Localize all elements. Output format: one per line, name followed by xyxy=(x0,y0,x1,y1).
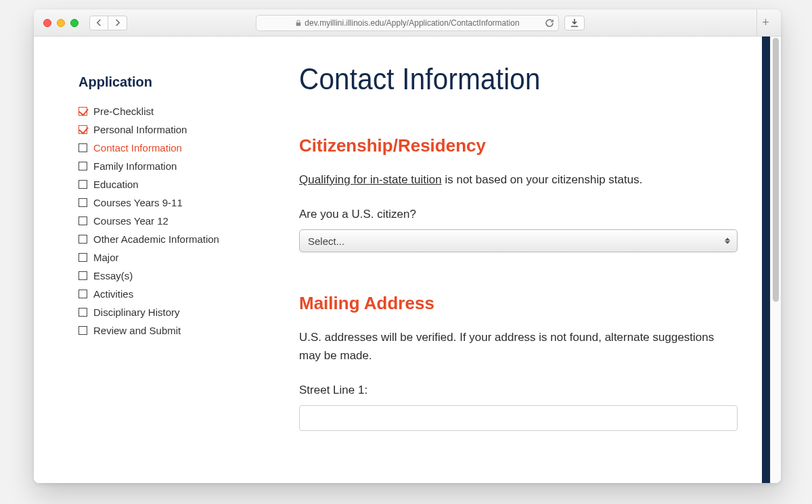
sidebar-item-courses-years-9-11[interactable]: Courses Years 9-11 xyxy=(78,193,254,212)
us-citizen-select[interactable]: Select... xyxy=(299,229,738,252)
vertical-scrollbar[interactable] xyxy=(770,37,781,483)
nav-buttons xyxy=(89,16,127,30)
sidebar-item-label: Courses Year 12 xyxy=(93,215,168,227)
sidebar-item-label: Family Information xyxy=(93,160,177,172)
sidebar-item-essay-s[interactable]: Essay(s) xyxy=(78,267,254,285)
sidebar-item-review-and-submit[interactable]: Review and Submit xyxy=(78,321,254,340)
sidebar-item-label: Personal Information xyxy=(93,124,187,135)
sidebar-item-label: Essay(s) xyxy=(93,270,133,281)
main-column: Contact Information Citizenship/Residenc… xyxy=(299,62,738,431)
checkbox-icon xyxy=(78,107,87,116)
checkbox-icon xyxy=(78,125,87,134)
street1-input[interactable] xyxy=(299,405,738,431)
close-window-button[interactable] xyxy=(43,19,51,27)
sidebar-item-label: Courses Years 9-11 xyxy=(93,197,183,208)
fullscreen-window-button[interactable] xyxy=(70,19,78,27)
street1-label: Street Line 1: xyxy=(299,384,738,397)
sidebar-item-disciplinary-history[interactable]: Disciplinary History xyxy=(78,303,254,321)
checkbox-icon xyxy=(78,180,87,189)
sidebar: Application Pre-ChecklistPersonal Inform… xyxy=(78,74,254,340)
sidebar-item-other-academic-information[interactable]: Other Academic Information xyxy=(78,230,254,248)
sidebar-item-label: Education xyxy=(93,179,139,190)
mailing-desc: U.S. addresses will be verified. If your… xyxy=(299,329,738,365)
sidebar-item-label: Major xyxy=(93,252,119,263)
page-content: Application Pre-ChecklistPersonal Inform… xyxy=(34,37,762,483)
forward-button[interactable] xyxy=(108,16,127,30)
sidebar-item-label: Disciplinary History xyxy=(93,306,180,318)
sidebar-title: Application xyxy=(78,74,254,90)
citizenship-desc: Qualifying for in-state tuition is not b… xyxy=(299,171,738,189)
checkbox-icon xyxy=(78,235,87,244)
sidebar-item-label: Other Academic Information xyxy=(93,233,219,245)
sidebar-item-contact-information[interactable]: Contact Information xyxy=(78,139,254,157)
scrollbar-thumb[interactable] xyxy=(773,38,779,302)
minimize-window-button[interactable] xyxy=(57,19,65,27)
checkbox-icon xyxy=(78,216,87,225)
sidebar-item-activities[interactable]: Activities xyxy=(78,285,254,303)
sidebar-item-label: Contact Information xyxy=(93,142,182,154)
checkbox-icon xyxy=(78,143,87,152)
sidebar-item-pre-checklist[interactable]: Pre-Checklist xyxy=(78,102,254,120)
page-title: Contact Information xyxy=(299,62,702,96)
checkbox-icon xyxy=(78,162,87,170)
sidebar-item-personal-information[interactable]: Personal Information xyxy=(78,120,254,139)
checkbox-icon xyxy=(78,326,87,335)
sidebar-item-courses-year-12[interactable]: Courses Year 12 xyxy=(78,212,254,230)
sidebar-item-family-information[interactable]: Family Information xyxy=(78,157,254,175)
sidebar-item-label: Activities xyxy=(93,288,133,300)
section-heading-citizenship: Citizenship/Residency xyxy=(299,135,738,156)
checkbox-icon xyxy=(78,290,87,298)
window-controls xyxy=(43,19,78,27)
section-heading-mailing: Mailing Address xyxy=(299,293,738,314)
sidebar-item-major[interactable]: Major xyxy=(78,248,254,267)
reload-icon[interactable] xyxy=(545,18,554,28)
lock-icon xyxy=(295,20,302,26)
sidebar-item-education[interactable]: Education xyxy=(78,175,254,193)
sidebar-item-label: Review and Submit xyxy=(93,325,181,336)
checkbox-icon xyxy=(78,271,87,280)
chevron-updown-icon xyxy=(725,238,730,244)
checkbox-icon xyxy=(78,308,87,317)
titlebar: dev.myillini.illinois.edu/Apply/Applicat… xyxy=(34,9,781,37)
downloads-button[interactable] xyxy=(564,16,585,30)
checkbox-icon xyxy=(78,198,87,207)
us-citizen-select-value: Select... xyxy=(308,235,344,247)
in-state-tuition-link[interactable]: Qualifying for in-state tuition xyxy=(299,173,442,186)
viewport: Application Pre-ChecklistPersonal Inform… xyxy=(34,37,781,483)
checkbox-icon xyxy=(78,253,87,262)
us-citizen-label: Are you a U.S. citizen? xyxy=(299,208,738,221)
citizenship-desc-rest: is not based on your citizenship status. xyxy=(442,173,643,186)
sidebar-item-label: Pre-Checklist xyxy=(93,106,154,117)
browser-window: dev.myillini.illinois.edu/Apply/Applicat… xyxy=(34,9,781,483)
address-bar[interactable]: dev.myillini.illinois.edu/Apply/Applicat… xyxy=(256,15,559,31)
new-tab-button[interactable]: + xyxy=(757,9,774,37)
back-button[interactable] xyxy=(89,16,108,30)
blue-accent-strip xyxy=(762,37,770,483)
address-bar-text: dev.myillini.illinois.edu/Apply/Applicat… xyxy=(304,18,519,28)
